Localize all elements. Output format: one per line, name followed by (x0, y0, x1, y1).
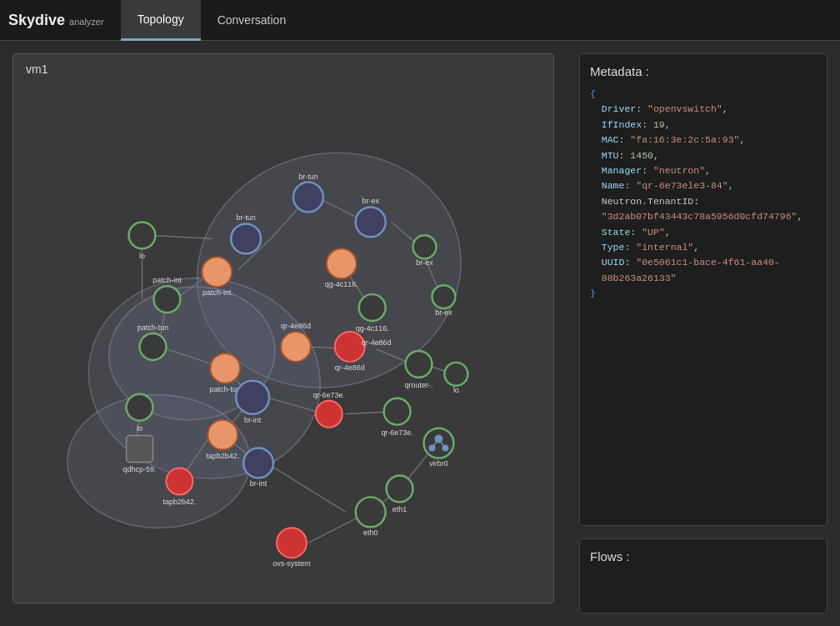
main-layout: vm1 (0, 41, 840, 626)
svg-point-61 (384, 398, 411, 425)
node-patch-int-lower[interactable]: patch-int (152, 276, 182, 313)
svg-point-63 (406, 351, 432, 378)
node-qr6e73-right[interactable]: qr-6e73e. (381, 398, 412, 437)
svg-text:qrouter-.: qrouter-. (405, 381, 433, 389)
svg-text:eth0: eth0 (363, 528, 378, 537)
svg-point-69 (413, 235, 437, 258)
svg-rect-57 (127, 436, 153, 463)
svg-text:patch-tun: patch-tun (138, 323, 168, 332)
svg-point-39 (140, 333, 167, 360)
node-virbr0[interactable]: virbr0 (423, 428, 453, 468)
svg-point-3 (68, 395, 250, 528)
svg-point-88 (277, 528, 307, 558)
node-qrouter[interactable]: qrouter-. (405, 351, 433, 389)
svg-text:tapb2b42.: tapb2b42. (162, 498, 196, 506)
metadata-title: Metadata : (590, 64, 817, 78)
node-qr4e86d-label: qr-4e86d (362, 338, 392, 347)
svg-text:tapb2b42.: tapb2b42. (206, 452, 239, 460)
tab-topology[interactable]: Topology (121, 0, 201, 41)
svg-text:br-int: br-int (250, 479, 268, 488)
svg-text:br-int: br-int (244, 416, 262, 424)
svg-text:br-ex: br-ex (435, 308, 452, 317)
tab-conversation[interactable]: Conversation (201, 0, 303, 41)
right-panel: Metadata : { Driver: "openvswitch", IfIn… (567, 41, 840, 626)
svg-text:qr-4e86d: qr-4e86d (281, 322, 311, 330)
flows-box: Flows : (579, 538, 828, 613)
node-qdhcp[interactable]: qdhcp-59. (123, 436, 157, 474)
svg-text:virbr0: virbr0 (429, 459, 448, 468)
node-patch-tun-upper[interactable]: patch-tun (138, 323, 168, 360)
svg-point-31 (231, 223, 261, 253)
svg-text:qg-4c116.: qg-4c116. (325, 280, 358, 288)
svg-line-25 (308, 515, 362, 543)
svg-point-51 (166, 468, 192, 494)
node-qr4e86d-right[interactable]: qr-4e86d (335, 332, 365, 372)
svg-text:ovs-system: ovs-system (272, 559, 310, 568)
svg-line-27 (267, 463, 346, 513)
node-br-ex-right[interactable]: br-ex (413, 235, 437, 267)
logo: Skydive analyzer (8, 12, 104, 29)
topology-svg: lo br-tun br-tun patch-int (13, 54, 553, 603)
svg-point-35 (202, 257, 232, 287)
svg-text:patch-int: patch-int (202, 288, 232, 297)
node-qr6e73-left[interactable]: qr-6e73e. (313, 391, 345, 428)
header: Skydive analyzer Topology Conversation (0, 0, 840, 41)
logo-sub: analyzer (69, 17, 104, 27)
svg-text:qg-4c116.: qg-4c116. (356, 324, 389, 333)
svg-text:br-ex: br-ex (362, 197, 379, 205)
node-br-ex-lower[interactable]: br-ex (432, 285, 455, 317)
node-qr4e86d-left[interactable]: qr-4e86d (281, 322, 311, 362)
svg-text:qr-6e73e.: qr-6e73e. (381, 428, 412, 437)
svg-text:lo: lo (137, 424, 142, 433)
node-br-int-lower[interactable]: br-int (243, 448, 273, 488)
node-ovs-system[interactable]: ovs-system (272, 528, 310, 568)
svg-point-84 (387, 475, 413, 502)
node-qg4c116-upper[interactable]: qg-4c116. (325, 248, 358, 288)
svg-point-71 (432, 285, 455, 308)
svg-text:lo: lo (139, 252, 145, 260)
topology-canvas[interactable]: vm1 (12, 53, 554, 603)
svg-text:patch-int: patch-int (152, 276, 182, 284)
logo-text: Skydive (8, 12, 65, 28)
topology-panel: vm1 (0, 41, 567, 626)
node-lo-top[interactable]: lo (129, 222, 156, 260)
node-eth0[interactable]: eth0 (356, 497, 386, 537)
svg-point-45 (281, 332, 311, 362)
node-qg4c116-lower[interactable]: qg-4c116. (356, 294, 389, 333)
svg-point-49 (208, 420, 238, 450)
svg-line-4 (150, 235, 212, 238)
svg-text:lo: lo (453, 386, 459, 394)
svg-point-29 (129, 222, 156, 248)
metadata-box: Metadata : { Driver: "openvswitch", IfIn… (579, 53, 828, 526)
svg-text:br-ex: br-ex (416, 258, 433, 267)
svg-text:br-tun: br-tun (236, 213, 255, 222)
svg-text:qr-6e73e.: qr-6e73e. (313, 391, 345, 399)
svg-point-43 (236, 381, 269, 414)
node-patch-tun-lower[interactable]: patch-tun (210, 353, 241, 393)
svg-point-73 (327, 248, 357, 278)
metadata-json: { Driver: "openvswitch", IfIndex: 19, MA… (590, 87, 817, 301)
svg-point-37 (153, 286, 180, 313)
svg-point-55 (127, 394, 153, 421)
node-tapb2b42-lower[interactable]: tapb2b42. (162, 468, 196, 506)
svg-point-53 (243, 448, 273, 478)
vm1-label: vm1 (26, 63, 48, 76)
svg-point-86 (356, 497, 386, 527)
svg-text:eth1: eth1 (392, 505, 407, 513)
svg-point-33 (293, 183, 323, 213)
svg-point-67 (356, 207, 386, 237)
svg-point-41 (210, 353, 240, 383)
flows-title: Flows : (590, 549, 817, 563)
node-lo-qrouter[interactable]: lo (444, 363, 468, 394)
svg-point-65 (444, 363, 468, 386)
svg-text:qr-4e86d: qr-4e86d (335, 363, 365, 372)
svg-text:br-tun: br-tun (298, 173, 318, 181)
svg-point-47 (335, 332, 365, 362)
node-eth1[interactable]: eth1 (387, 475, 413, 513)
svg-text:qdhcp-59.: qdhcp-59. (123, 465, 157, 473)
svg-point-59 (316, 401, 342, 428)
node-patch-int-upper[interactable]: patch-int (202, 257, 232, 297)
svg-point-75 (359, 294, 386, 321)
node-tapb2b42-upper[interactable]: tapb2b42. (206, 420, 239, 460)
